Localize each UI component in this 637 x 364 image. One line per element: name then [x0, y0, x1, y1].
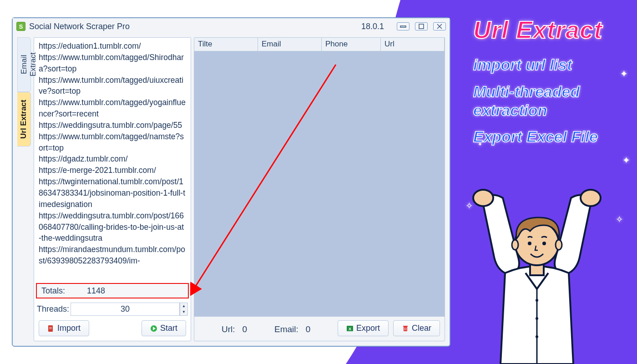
svg-point-17 [536, 317, 538, 320]
hero-title: Url Extract [473, 15, 632, 44]
svg-rect-1 [419, 24, 424, 29]
svg-rect-4 [49, 329, 52, 329]
clear-button[interactable]: Clear [393, 320, 440, 336]
client-area: Email Extract Url Extract https://eduati… [13, 35, 450, 346]
sparkle-icon: ✦ [622, 155, 630, 166]
threads-input[interactable] [71, 303, 180, 316]
close-icon [437, 24, 442, 29]
threads-stepper[interactable]: ▲ ▼ [180, 303, 188, 316]
play-icon [150, 325, 157, 332]
status-bar: Url: 0 Email: 0 X Export [194, 316, 445, 341]
threads-label: Threads: [37, 304, 71, 314]
url-list-textarea[interactable]: https://eduation1.tumblr.com/ https://ww… [34, 38, 191, 282]
status-email-label: Email: [274, 324, 298, 334]
version-label: 18.0.1 [361, 22, 384, 31]
svg-point-24 [556, 240, 562, 250]
svg-point-13 [473, 190, 493, 206]
titlebar: S Social Network Scraper Pro 18.0.1 [13, 18, 450, 35]
grid-body[interactable] [194, 51, 445, 316]
totals-label: Totals: [41, 286, 87, 296]
left-button-bar: Import Start [34, 320, 191, 341]
svg-point-18 [536, 335, 538, 338]
export-button[interactable]: X Export [338, 320, 389, 336]
minimize-button[interactable] [397, 22, 410, 30]
svg-rect-9 [403, 326, 408, 327]
start-button[interactable]: Start [142, 320, 186, 336]
threads-row: Threads: ▲ ▼ [37, 301, 188, 317]
column-header-phone[interactable]: Phone [322, 38, 381, 51]
right-panel: Tilte Email Phone Url Url: 0 Email: 0 [194, 37, 445, 341]
svg-rect-8 [404, 327, 407, 331]
column-header-email[interactable]: Email [258, 38, 322, 51]
import-button[interactable]: Import [39, 320, 89, 336]
svg-rect-0 [400, 26, 406, 27]
app-window: S Social Network Scraper Pro 18.0.1 Emai… [12, 17, 450, 347]
status-url-label: Url: [222, 324, 235, 334]
export-button-label: Export [356, 324, 380, 333]
minimize-icon [400, 25, 406, 28]
person-illustration [450, 182, 623, 364]
column-header-url[interactable]: Url [381, 38, 445, 51]
clear-button-label: Clear [412, 324, 431, 333]
status-url: Url: 0 [222, 324, 247, 334]
svg-point-14 [581, 190, 601, 206]
tab-url-extract[interactable]: Url Extract [17, 92, 31, 147]
status-email-value: 0 [306, 324, 311, 334]
svg-point-23 [512, 240, 518, 250]
totals-value: 1148 [87, 286, 105, 296]
hero-text: Url Extract import url list Multi-thread… [473, 15, 632, 154]
column-header-title[interactable]: Tilte [194, 38, 258, 51]
svg-rect-3 [49, 327, 52, 328]
maximize-icon [419, 24, 424, 29]
totals-row: Totals: 1148 [36, 283, 189, 298]
maximize-button[interactable] [415, 22, 428, 30]
status-email: Email: 0 [274, 324, 310, 334]
hero-feature-3: Export Excel File [473, 127, 632, 146]
close-button[interactable] [433, 22, 446, 30]
tab-email-extract[interactable]: Email Extract [17, 37, 31, 92]
svg-text:X: X [349, 327, 351, 331]
chevron-up-icon[interactable]: ▲ [180, 303, 187, 309]
svg-point-22 [542, 242, 546, 245]
hero-feature-2: Multi-threaded extraction [473, 82, 632, 120]
app-icon: S [16, 22, 25, 31]
left-panel: https://eduation1.tumblr.com/ https://ww… [34, 37, 191, 341]
svg-rect-10 [404, 328, 405, 330]
vertical-tabs: Email Extract Url Extract [17, 37, 31, 341]
file-icon [47, 325, 55, 332]
start-button-label: Start [160, 324, 177, 333]
svg-point-21 [528, 242, 531, 245]
import-button-label: Import [57, 324, 81, 333]
trash-icon [402, 325, 409, 332]
grid-header: Tilte Email Phone Url [194, 38, 445, 51]
status-url-value: 0 [242, 324, 247, 334]
svg-rect-11 [406, 328, 406, 330]
hero-feature-1: import url list [473, 56, 632, 74]
excel-icon: X [346, 325, 354, 332]
svg-point-16 [536, 299, 538, 302]
chevron-down-icon[interactable]: ▼ [180, 309, 187, 315]
window-title: Social Network Scraper Pro [29, 22, 130, 31]
